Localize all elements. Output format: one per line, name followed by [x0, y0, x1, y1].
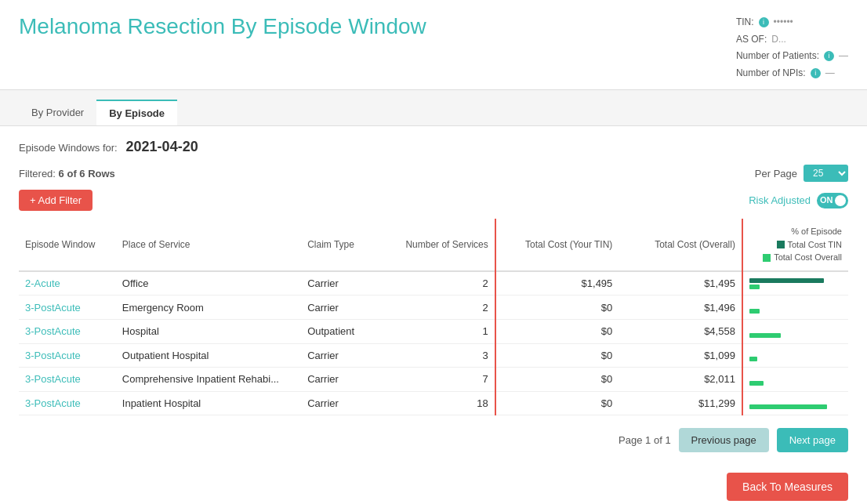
data-table: Episode Window Place of Service Claim Ty…	[19, 219, 848, 415]
place-of-service-cell: Comprehensive Inpatient Rehabi...	[116, 368, 301, 392]
tin-info-panel: TIN: i •••••• AS OF: D... Number of Pati…	[736, 14, 848, 82]
bar-overall	[749, 404, 827, 409]
patients-value: —	[839, 48, 848, 65]
npis-info-icon[interactable]: i	[811, 68, 821, 78]
bar-cell	[742, 368, 848, 392]
legend-tin-box	[777, 241, 785, 248]
total-cost-tin-cell: $0	[495, 368, 619, 392]
tab-by-provider[interactable]: By Provider	[19, 100, 96, 125]
claim-type-cell: Outpatient	[301, 320, 390, 344]
place-of-service-cell: Outpatient Hospital	[116, 343, 301, 368]
page-title: Melanoma Resection By Episode Window	[19, 14, 426, 39]
legend-overall-box	[763, 254, 771, 262]
episode-window-link[interactable]: 3-PostAcute	[25, 325, 81, 337]
num-services-cell: 7	[390, 368, 495, 392]
as-of-label: AS OF:	[736, 31, 767, 49]
total-cost-tin-cell: $0	[495, 320, 619, 344]
col-header-claim: Claim Type	[301, 219, 390, 271]
total-cost-tin-cell: $0	[495, 296, 619, 320]
col-header-total-tin: Total Cost (Your TIN)	[495, 219, 619, 271]
claim-type-cell: Carrier	[301, 391, 390, 415]
bar-overall	[749, 381, 764, 386]
table-row: 3-PostAcuteHospitalOutpatient1$0$4,558	[19, 320, 848, 344]
filter-count: Filtered: 6 of 6 Rows	[19, 168, 115, 179]
table-row: 3-PostAcuteComprehensive Inpatient Rehab…	[19, 368, 848, 392]
col-header-pos: Place of Service	[116, 219, 301, 271]
npis-label: Number of NPIs:	[736, 65, 806, 82]
page-info: Page 1 of 1	[619, 434, 671, 446]
col-header-episode: Episode Window	[19, 219, 116, 271]
per-page-label: Per Page	[755, 168, 797, 179]
episode-window-link[interactable]: 2-Acute	[25, 277, 60, 289]
bar-overall	[749, 333, 781, 338]
tab-by-episode[interactable]: By Episode	[96, 100, 177, 125]
place-of-service-cell: Hospital	[116, 320, 301, 344]
col-header-total-overall: Total Cost (Overall)	[619, 219, 742, 271]
num-services-cell: 1	[390, 320, 495, 344]
legend-tin-label: Total Cost TIN	[788, 238, 843, 252]
episode-windows-row: Episode Windows for: 2021-04-20	[19, 139, 848, 155]
bar-cell	[742, 320, 848, 344]
legend-overall-label: Total Cost Overall	[774, 251, 842, 264]
episode-windows-date: 2021-04-20	[126, 139, 198, 154]
patients-info-icon[interactable]: i	[824, 51, 834, 61]
total-cost-overall-cell: $11,299	[619, 391, 742, 415]
bar-tin	[749, 278, 824, 283]
total-cost-overall-cell: $2,011	[619, 368, 742, 392]
table-row: 2-AcuteOfficeCarrier2$1,495$1,495	[19, 271, 848, 296]
bar-cell	[742, 343, 848, 368]
place-of-service-cell: Office	[116, 271, 301, 296]
place-of-service-cell: Inpatient Hospital	[116, 391, 301, 415]
bar-overall	[749, 309, 760, 314]
tin-value: ••••••	[774, 14, 793, 31]
episode-windows-label: Episode Windows for:	[19, 142, 118, 154]
previous-page-button[interactable]: Previous page	[679, 428, 769, 452]
num-services-cell: 2	[390, 271, 495, 296]
bar-cell	[742, 391, 848, 415]
episode-window-link[interactable]: 3-PostAcute	[25, 350, 81, 361]
risk-adjusted-toggle[interactable]: ON	[817, 193, 848, 208]
bar-cell	[742, 271, 848, 296]
table-row: 3-PostAcuteOutpatient HospitalCarrier3$0…	[19, 343, 848, 368]
risk-adjusted-label: Risk Adjusted	[749, 194, 811, 206]
table-row: 3-PostAcuteEmergency RoomCarrier2$0$1,49…	[19, 296, 848, 320]
per-page-select[interactable]: 25 50 100	[804, 165, 848, 182]
table-row: 3-PostAcuteInpatient HospitalCarrier18$0…	[19, 391, 848, 415]
bar-overall	[749, 285, 760, 289]
total-cost-overall-cell: $4,558	[619, 320, 742, 344]
num-services-cell: 2	[390, 296, 495, 320]
episode-window-link[interactable]: 3-PostAcute	[25, 373, 81, 385]
claim-type-cell: Carrier	[301, 296, 390, 320]
total-cost-tin-cell: $0	[495, 391, 619, 415]
num-services-cell: 3	[390, 343, 495, 368]
as-of-value: D...	[771, 31, 786, 49]
total-cost-tin-cell: $0	[495, 343, 619, 368]
back-to-measures-button[interactable]: Back To Measures	[727, 473, 848, 501]
total-cost-overall-cell: $1,495	[619, 271, 742, 296]
patients-label: Number of Patients:	[736, 48, 819, 65]
claim-type-cell: Carrier	[301, 271, 390, 296]
tin-label: TIN:	[736, 14, 754, 31]
total-cost-overall-cell: $1,496	[619, 296, 742, 320]
add-filter-button[interactable]: + Add Filter	[19, 190, 93, 211]
bar-overall	[749, 357, 757, 361]
num-services-cell: 18	[390, 391, 495, 415]
npis-value: —	[825, 65, 835, 82]
col-header-bar: % of Episode Total Cost TIN Total Cost O…	[742, 219, 848, 271]
bar-cell	[742, 296, 848, 320]
next-page-button[interactable]: Next page	[777, 428, 848, 452]
claim-type-cell: Carrier	[301, 368, 390, 392]
tabs-bar: By Provider By Episode	[0, 90, 867, 126]
tin-info-icon[interactable]: i	[759, 17, 769, 27]
claim-type-cell: Carrier	[301, 343, 390, 368]
episode-window-link[interactable]: 3-PostAcute	[25, 397, 81, 409]
total-cost-overall-cell: $1,099	[619, 343, 742, 368]
place-of-service-cell: Emergency Room	[116, 296, 301, 320]
col-header-nos: Number of Services	[390, 219, 495, 271]
episode-window-link[interactable]: 3-PostAcute	[25, 302, 81, 314]
total-cost-tin-cell: $1,495	[495, 271, 619, 296]
